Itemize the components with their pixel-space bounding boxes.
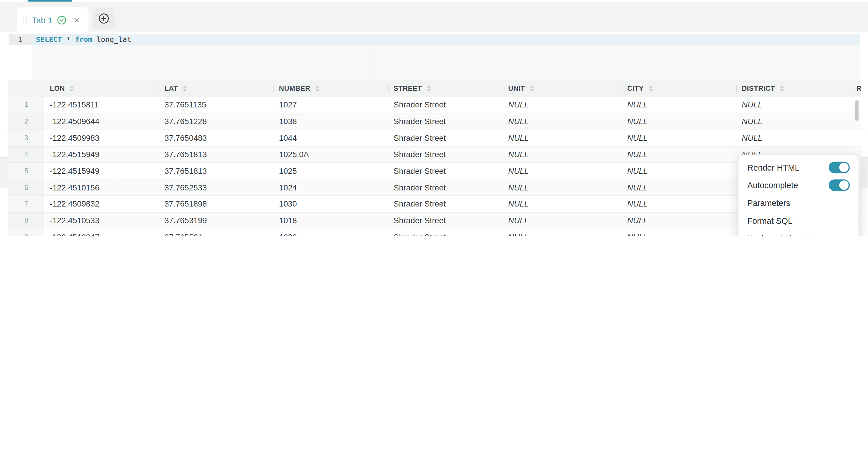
column-header-street[interactable]: STREET [388, 80, 503, 97]
sort-arrows-icon [183, 85, 187, 92]
header-corner-cell [8, 80, 44, 97]
tab-label: Tab 1 [32, 16, 53, 25]
table-cell: NULL [503, 147, 622, 163]
table-header-row: LONLATNUMBERSTREETUNITCITYDISTRICTRE [8, 80, 861, 97]
table-cell: NULL [622, 213, 736, 229]
sort-arrows-icon [649, 85, 652, 92]
code-line[interactable]: SELECT * from long_lat [32, 34, 860, 45]
menu-item-keyboard-shortcuts[interactable]: Keyboard shortcuts [742, 230, 855, 236]
table-cell: -122.4515949 [44, 163, 159, 180]
table-cell: Shrader Street [388, 180, 503, 196]
table-cell: NULL [503, 196, 622, 213]
table-cell: -122.4509644 [44, 114, 159, 130]
column-header-number[interactable]: NUMBER [273, 80, 388, 97]
table-cell: 37.7651135 [159, 97, 273, 114]
table-cell [851, 130, 861, 147]
column-header-lon[interactable]: LON [44, 80, 159, 97]
menu-item-label: Keyboard shortcuts [747, 234, 819, 236]
drag-dots-icon[interactable] [23, 17, 28, 24]
column-header-district[interactable]: DISTRICT [736, 80, 851, 97]
table-cell: 1030 [273, 196, 388, 213]
table-row: 7-122.450983237.76518981030Shrader Stree… [8, 196, 861, 213]
table-cell: Shrader Street [388, 114, 503, 130]
table-row: 3-122.450998337.76504831044Shrader Stree… [8, 130, 861, 147]
options-menu: Render HTMLAutocompleteParametersFormat … [739, 155, 859, 236]
table-cell: NULL [503, 114, 622, 130]
sql-editor-app: Tab 1 1 SELECT * from long_lat Run LIMIT… [0, 0, 868, 236]
table-cell: Shrader Street [388, 130, 503, 147]
table-cell: -122.4510156 [44, 180, 159, 196]
menu-item-render-html[interactable]: Render HTML [742, 159, 855, 176]
menu-item-format-sql[interactable]: Format SQL [742, 212, 855, 229]
table-cell: 37.7652533 [159, 180, 273, 196]
row-number: 3 [8, 130, 44, 147]
line-number: 1 [9, 34, 32, 45]
table-cell: Shrader Street [388, 196, 503, 213]
table-cell: 1024 [273, 180, 388, 196]
row-number: 9 [8, 229, 44, 236]
table-cell: -122.4510947 [44, 229, 159, 236]
table-cell: NULL [622, 196, 736, 213]
table-cell: NULL [622, 180, 736, 196]
table-cell: 37.7651228 [159, 114, 273, 130]
close-icon[interactable] [73, 17, 80, 24]
results-table: LONLATNUMBERSTREETUNITCITYDISTRICTRE 1-1… [8, 80, 861, 236]
table-cell: 1044 [273, 130, 388, 147]
table-cell: Shrader Street [388, 147, 503, 163]
column-header-lat[interactable]: LAT [159, 80, 273, 97]
toggle-switch[interactable] [829, 162, 849, 173]
table-cell: -122.4515949 [44, 147, 159, 163]
menu-item-parameters[interactable]: Parameters [742, 194, 855, 211]
tab-bar: Tab 1 [0, 2, 868, 32]
table-cell: 1025.0A [273, 147, 388, 163]
row-number: 1 [8, 97, 44, 114]
toggle-switch[interactable] [829, 179, 849, 191]
table-cell: -122.4509983 [44, 130, 159, 147]
column-header-unit[interactable]: UNIT [503, 80, 622, 97]
column-header-re[interactable]: RE [851, 80, 861, 97]
table-row: 5-122.451594937.76518131025Shrader Stree… [8, 163, 861, 180]
menu-item-autocomplete[interactable]: Autocomplete [742, 177, 855, 194]
row-number: 7 [8, 196, 44, 213]
table-cell: Shrader Street [388, 229, 503, 236]
table-cell: 37.7651813 [159, 147, 273, 163]
menu-item-label: Autocomplete [747, 180, 798, 190]
table-row: 8-122.451053337.76531991018Shrader Stree… [8, 213, 861, 229]
column-header-city[interactable]: CITY [622, 80, 736, 97]
row-number: 2 [8, 114, 44, 130]
sort-arrows-icon [70, 85, 73, 92]
table-cell: 37.7653199 [159, 213, 273, 229]
table-row: 9-122.451094737.7655241002Shrader Street… [8, 229, 861, 236]
row-number: 4 [8, 147, 44, 163]
menu-item-label: Parameters [747, 198, 790, 208]
table-cell: 37.7651813 [159, 163, 273, 180]
table-cell: NULL [503, 97, 622, 114]
table-cell: Shrader Street [388, 163, 503, 180]
table-cell: NULL [622, 147, 736, 163]
table-cell: Shrader Street [388, 97, 503, 114]
table-cell: -122.4510533 [44, 213, 159, 229]
table-cell: 37.7650483 [159, 130, 273, 147]
table-cell: NULL [503, 180, 622, 196]
table-cell: 37.7651898 [159, 196, 273, 213]
table-cell: NULL [503, 229, 622, 236]
table-cell: NULL [503, 163, 622, 180]
vertical-scrollbar[interactable] [855, 100, 859, 121]
table-cell: NULL [622, 114, 736, 130]
table-cell: 1038 [273, 114, 388, 130]
table-cell: 37.765524 [159, 229, 273, 236]
table-cell: 1025 [273, 163, 388, 180]
sort-arrows-icon [780, 85, 784, 92]
table-cell: NULL [736, 130, 851, 147]
table-cell: 1027 [273, 97, 388, 114]
tab-1[interactable]: Tab 1 [17, 7, 89, 33]
menu-item-label: Render HTML [747, 163, 800, 172]
row-number: 5 [8, 163, 44, 180]
row-number: 8 [8, 213, 44, 229]
table-cell: -122.4515811 [44, 97, 159, 114]
table-cell: 1002 [273, 229, 388, 236]
table-row: 6-122.451015637.76525331024Shrader Stree… [8, 180, 861, 196]
new-tab-button[interactable] [92, 8, 115, 29]
table-cell: NULL [736, 114, 851, 130]
check-circle-icon [57, 16, 66, 25]
